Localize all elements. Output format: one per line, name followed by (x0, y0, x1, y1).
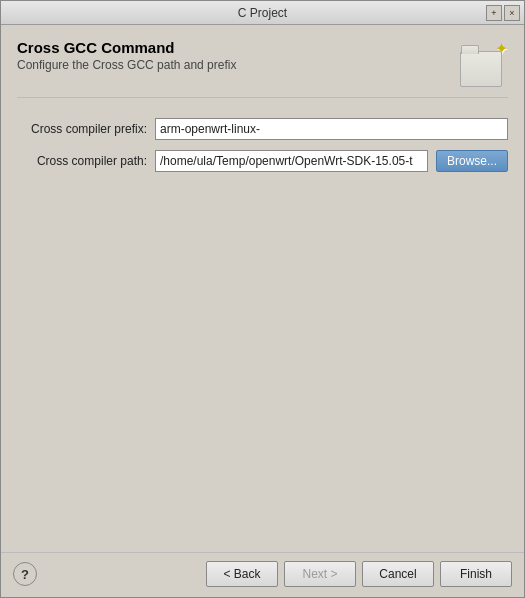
window-content: Cross GCC Command Configure the Cross GC… (1, 25, 524, 552)
spacer (17, 188, 508, 540)
page-header-text: Cross GCC Command Configure the Cross GC… (17, 39, 236, 72)
back-button[interactable]: < Back (206, 561, 278, 587)
finish-button[interactable]: Finish (440, 561, 512, 587)
page-subtitle: Configure the Cross GCC path and prefix (17, 58, 236, 72)
next-button[interactable]: Next > (284, 561, 356, 587)
page-header: Cross GCC Command Configure the Cross GC… (17, 39, 508, 98)
bottom-bar: ? < Back Next > Cancel Finish (1, 552, 524, 597)
window: C Project + × Cross GCC Command Configur… (0, 0, 525, 598)
prefix-input[interactable] (155, 118, 508, 140)
prefix-label: Cross compiler prefix: (17, 122, 147, 136)
close-button[interactable]: × (504, 5, 520, 21)
path-input[interactable] (155, 150, 428, 172)
browse-button[interactable]: Browse... (436, 150, 508, 172)
path-row: Cross compiler path: Browse... (17, 150, 508, 172)
path-label: Cross compiler path: (17, 154, 147, 168)
help-button[interactable]: ? (13, 562, 37, 586)
star-icon: ✦ (495, 39, 508, 58)
cancel-button[interactable]: Cancel (362, 561, 434, 587)
page-title: Cross GCC Command (17, 39, 236, 56)
nav-buttons: < Back Next > Cancel Finish (206, 561, 512, 587)
title-bar: C Project + × (1, 1, 524, 25)
form-section: Cross compiler prefix: Cross compiler pa… (17, 118, 508, 172)
prefix-row: Cross compiler prefix: (17, 118, 508, 140)
maximize-button[interactable]: + (486, 5, 502, 21)
window-title: C Project (1, 6, 524, 20)
wizard-icon: ✦ (460, 39, 508, 87)
